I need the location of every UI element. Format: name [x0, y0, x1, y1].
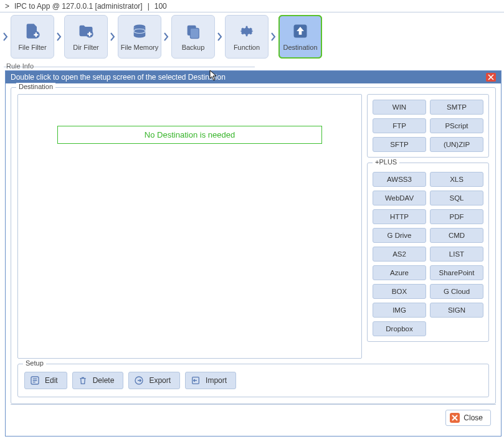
close-icon: [450, 413, 460, 423]
file-plus-icon: [24, 22, 41, 41]
destination-list-panel[interactable]: No Destination is needed: [17, 94, 362, 359]
dest-btn-sign[interactable]: SIGN: [430, 303, 483, 318]
delete-label: Delete: [93, 376, 115, 385]
import-icon: [191, 375, 201, 385]
breadcrumb-prefix: >: [5, 2, 9, 11]
export-label: Export: [149, 376, 171, 385]
dest-btn-dropbox[interactable]: Dropbox: [373, 321, 426, 336]
dest-btn-gdrive[interactable]: G Drive: [373, 228, 426, 243]
destination-legend: Destination: [16, 83, 55, 90]
dest-btn-sftp[interactable]: SFTP: [373, 137, 426, 152]
dest-btn-azure[interactable]: Azure: [373, 265, 426, 280]
dest-btn-smtp[interactable]: SMTP: [430, 100, 483, 115]
basic-destinations-group: WIN SMTP FTP PScript SFTP (UN)ZIP: [367, 94, 489, 158]
dest-btn-xls[interactable]: XLS: [430, 172, 483, 187]
breadcrumb-sep: |: [148, 2, 150, 11]
chevron-right-icon: [1, 32, 10, 41]
edit-icon: [30, 375, 40, 385]
step-backup[interactable]: Backup: [171, 15, 215, 59]
delete-button[interactable]: Delete: [72, 372, 124, 389]
dest-btn-list[interactable]: LIST: [430, 247, 483, 262]
upload-icon: [292, 22, 309, 41]
gear-icon: [238, 22, 255, 41]
dest-btn-pscript[interactable]: PScript: [430, 118, 483, 133]
step-label: Backup: [182, 44, 205, 51]
destination-dialog: Double click to open the setup screen of…: [5, 70, 502, 437]
database-icon: [131, 22, 148, 41]
step-function[interactable]: Function: [225, 15, 269, 59]
step-destination[interactable]: Destination: [278, 15, 322, 59]
step-label: File Filter: [18, 44, 46, 51]
svg-point-2: [134, 25, 146, 29]
rule-info-label: Rule Info: [0, 62, 504, 70]
dest-btn-unzip[interactable]: (UN)ZIP: [430, 137, 483, 152]
dest-btn-cmd[interactable]: CMD: [430, 228, 483, 243]
step-dir-filter[interactable]: Dir Filter: [64, 15, 108, 59]
svg-rect-5: [190, 28, 199, 38]
dialog-title: Double click to open the setup screen of…: [11, 73, 226, 82]
close-label: Close: [464, 413, 483, 422]
export-button[interactable]: Export: [128, 372, 180, 389]
setup-group: Setup Edit Delete: [17, 364, 489, 397]
dest-btn-sql[interactable]: SQL: [430, 191, 483, 205]
step-toolbar: File Filter Dir Filter File Memory Backu…: [0, 12, 504, 61]
dest-btn-gcloud[interactable]: G Cloud: [430, 284, 483, 299]
copy-icon: [184, 22, 202, 41]
dialog-header: Double click to open the setup screen of…: [6, 71, 501, 83]
no-destination-banner: No Destination is needed: [57, 126, 322, 144]
dest-btn-sharepoint[interactable]: SharePoint: [430, 265, 483, 280]
trash-icon: [78, 375, 88, 385]
step-label: Destination: [283, 44, 317, 51]
dest-btn-pdf[interactable]: PDF: [430, 209, 483, 224]
chevron-right-icon: [216, 32, 224, 41]
dest-btn-awss3[interactable]: AWSS3: [373, 172, 426, 187]
close-button[interactable]: Close: [445, 410, 491, 426]
dest-btn-webdav[interactable]: WebDAV: [373, 191, 426, 205]
chevron-right-icon: [162, 32, 171, 41]
dest-btn-ftp[interactable]: FTP: [373, 118, 426, 133]
dest-btn-win[interactable]: WIN: [373, 100, 426, 115]
chevron-right-icon: [108, 32, 117, 41]
folder-plus-icon: [77, 22, 95, 41]
edit-label: Edit: [45, 376, 58, 385]
dialog-footer: Close: [11, 404, 496, 431]
breadcrumb-title: IPC to App @ 127.0.0.1 [administrator]: [14, 2, 143, 11]
dialog-close-x[interactable]: [486, 73, 496, 82]
plus-destinations-group: +PLUS AWSS3 XLS WebDAV SQL HTTP PDF G Dr…: [367, 163, 489, 342]
step-file-filter[interactable]: File Filter: [11, 15, 54, 59]
edit-button[interactable]: Edit: [24, 372, 67, 389]
chevron-right-icon: [269, 32, 278, 41]
breadcrumb-number: 100: [155, 2, 167, 11]
import-label: Import: [206, 376, 227, 385]
breadcrumb-bar: > IPC to App @ 127.0.0.1 [administrator]…: [0, 0, 504, 12]
step-label: Dir Filter: [73, 44, 99, 51]
export-icon: [134, 375, 144, 385]
import-button[interactable]: Import: [185, 372, 236, 389]
setup-legend: Setup: [23, 359, 46, 367]
dest-btn-box[interactable]: BOX: [373, 284, 426, 299]
step-file-memory[interactable]: File Memory: [118, 15, 161, 59]
step-label: File Memory: [121, 44, 159, 51]
dest-btn-http[interactable]: HTTP: [373, 209, 426, 224]
dest-btn-img[interactable]: IMG: [373, 303, 426, 318]
dest-btn-as2[interactable]: AS2: [373, 247, 426, 262]
chevron-right-icon: [55, 32, 64, 41]
plus-legend: +PLUS: [373, 158, 399, 166]
step-label: Function: [234, 44, 260, 51]
